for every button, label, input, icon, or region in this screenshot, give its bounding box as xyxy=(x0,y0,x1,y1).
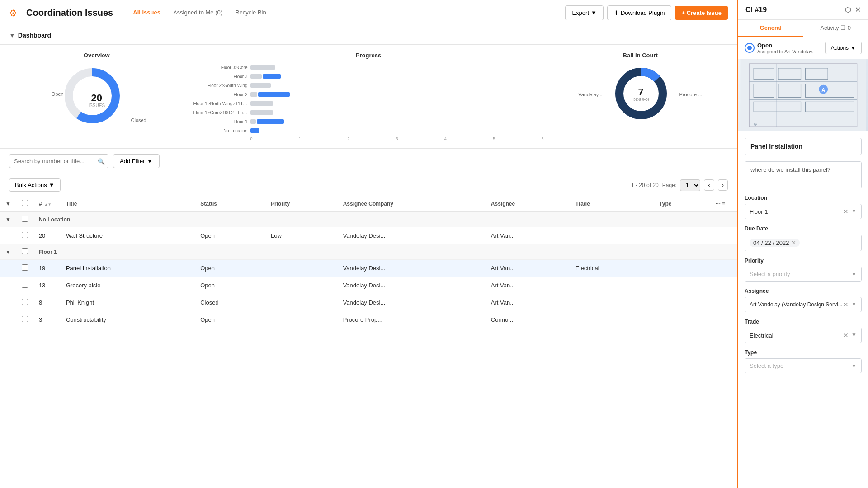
bulk-dropdown-icon: ▼ xyxy=(49,182,55,188)
create-issue-button[interactable]: + Create Issue xyxy=(675,6,728,20)
bic-title: Ball In Court xyxy=(623,52,658,59)
pagination-info: 1 - 20 of 20 Page: 1 ‹ › xyxy=(631,179,728,191)
location-dropdown-icon[interactable]: ▼ xyxy=(851,208,857,215)
issue-type xyxy=(654,311,710,328)
date-chip: 04 / 22 / 2022 ✕ xyxy=(750,239,800,247)
page-select[interactable]: 1 xyxy=(680,179,700,191)
group-no-location[interactable]: ▼ No Location xyxy=(0,211,737,227)
row-checkbox-3[interactable] xyxy=(22,316,28,322)
issue-type xyxy=(654,260,710,277)
issues-table-scroll[interactable]: ▼ # ▲▼ Title Status Priority Assignee Co… xyxy=(0,196,737,328)
table-row: 8 Phil Knight Closed Vandelay Desi... Ar… xyxy=(0,294,737,311)
type-select[interactable]: Select a type ▼ xyxy=(745,358,862,373)
progress-row-5: Floor 1>Core>100.2 - Lob... xyxy=(193,109,544,116)
assignee-dropdown-icon[interactable]: ▼ xyxy=(851,301,857,308)
col-assignee: Assignee xyxy=(486,196,570,211)
issue-company: Vandelay Desi... xyxy=(338,227,486,244)
row-checkbox-19[interactable] xyxy=(22,264,28,271)
table-row: 19 Panel Installation Open Vandelay Desi… xyxy=(0,260,737,277)
trade-dropdown-icon[interactable]: ▼ xyxy=(851,332,857,339)
panel-close-button[interactable]: ✕ xyxy=(855,5,861,14)
bic-label-vandelay: Vandelay... xyxy=(578,92,602,97)
assignee-value[interactable]: Art Vandelay (Vandelay Design Servi... ✕… xyxy=(745,297,862,312)
tab-assigned-to-me[interactable]: Assigned to Me (0) xyxy=(168,6,228,19)
date-clear-icon[interactable]: ✕ xyxy=(791,239,796,246)
priority-select[interactable]: Select a priority ▼ xyxy=(745,267,862,282)
issue-id: 3 xyxy=(33,311,61,328)
filter-row: 🔍 Add Filter ▼ xyxy=(0,149,737,174)
tab-all-issues[interactable]: All Issues xyxy=(127,6,166,19)
issue-title[interactable]: Constructability xyxy=(61,311,195,328)
location-value[interactable]: Floor 1 ✕ ▼ xyxy=(745,204,862,219)
page-prev-button[interactable]: ‹ xyxy=(704,179,714,191)
progress-row-2: Floor 2>South Wing xyxy=(193,82,544,89)
search-input[interactable] xyxy=(9,154,108,168)
group-checkbox-no-location[interactable] xyxy=(22,216,28,222)
issue-description[interactable]: where do we install this panel? xyxy=(745,161,862,188)
issue-name-field[interactable]: Panel Installation xyxy=(745,138,862,155)
select-all-checkbox[interactable] xyxy=(22,200,28,206)
col-status: Status xyxy=(195,196,265,211)
issue-title[interactable]: Panel Installation xyxy=(61,260,195,277)
bic-subtitle: ISSUES xyxy=(632,97,649,102)
download-plugin-button[interactable]: ⬇ Download Plugin xyxy=(607,5,672,20)
due-date-field: Due Date 04 / 22 / 2022 ✕ xyxy=(745,225,862,251)
group-floor-1[interactable]: ▼ Floor 1 xyxy=(0,244,737,260)
row-checkbox-20[interactable] xyxy=(22,232,28,238)
trade-clear-icon[interactable]: ✕ xyxy=(843,332,849,339)
issue-status: Open xyxy=(195,227,265,244)
trade-value[interactable]: Electrical ✕ ▼ xyxy=(745,328,862,343)
bic-container: Vandelay... 7 ISSUES Procore ... xyxy=(578,64,702,124)
due-date-value[interactable]: 04 / 22 / 2022 ✕ xyxy=(745,235,862,251)
progress-row-7: No Location xyxy=(193,127,544,134)
table-body: ▼ No Location 20 Wall Structure Open Low… xyxy=(0,211,737,328)
issue-title[interactable]: Wall Structure xyxy=(61,227,195,244)
group-checkbox-floor-1[interactable] xyxy=(22,248,28,254)
page-next-button[interactable]: › xyxy=(718,179,728,191)
issue-status: Open xyxy=(195,311,265,328)
panel-header-icons: ⬡ ✕ xyxy=(845,5,861,14)
issue-id: 13 xyxy=(33,277,61,294)
progress-row-4: Floor 1>North Wing>111 -... xyxy=(193,100,544,107)
tab-recycle-bin[interactable]: Recycle Bin xyxy=(230,6,272,19)
progress-chart: Progress Floor 3>Core Floor 3 Floor 2>So… xyxy=(193,52,544,141)
issue-priority xyxy=(265,311,338,328)
issue-company: Vandelay Desi... xyxy=(338,277,486,294)
row-checkbox-13[interactable] xyxy=(22,282,28,288)
add-filter-button[interactable]: Add Filter ▼ xyxy=(113,154,160,168)
progress-axis: 0123456 xyxy=(193,136,544,141)
tab-activity[interactable]: Activity ☐ 0 xyxy=(803,20,868,37)
row-checkbox-8[interactable] xyxy=(22,299,28,305)
actions-dropdown-icon: ▼ xyxy=(850,45,856,51)
overview-total: 20 xyxy=(88,93,105,103)
type-dropdown-icon: ▼ xyxy=(851,363,857,369)
type-field: Type Select a type ▼ xyxy=(745,349,862,373)
issue-assignee: Connor... xyxy=(486,311,570,328)
bic-label-procore: Procore ... xyxy=(679,92,703,97)
panel-body: Panel Installation where do we install t… xyxy=(738,131,868,488)
issue-title[interactable]: Phil Knight xyxy=(61,294,195,311)
right-panel: CI #19 ⬡ ✕ General Activity ☐ 0 Open Ass… xyxy=(737,0,868,488)
panel-external-link-button[interactable]: ⬡ xyxy=(845,5,851,14)
assignee-clear-icon[interactable]: ✕ xyxy=(843,301,849,308)
actions-button[interactable]: Actions ▼ xyxy=(825,42,862,54)
issue-title[interactable]: Grocery aisle xyxy=(61,277,195,294)
bulk-actions-button[interactable]: Bulk Actions ▼ xyxy=(9,178,61,192)
col-checkbox xyxy=(16,196,33,211)
dashboard-toggle[interactable]: ▼ Dashboard xyxy=(9,32,728,39)
issue-assignee: Art Van... xyxy=(486,227,570,244)
location-clear-icon[interactable]: ✕ xyxy=(843,208,849,215)
overview-subtitle: ISSUES xyxy=(88,103,105,108)
dashboard-section: ▼ Dashboard xyxy=(0,26,737,45)
col-number[interactable]: # ▲▼ xyxy=(33,196,61,211)
status-dot xyxy=(747,46,752,50)
panel-title: CI #19 xyxy=(745,6,767,14)
export-button[interactable]: Export ▼ xyxy=(565,5,603,20)
search-wrap: 🔍 xyxy=(9,154,108,168)
tab-general[interactable]: General xyxy=(738,20,803,37)
col-type: Type xyxy=(654,196,710,211)
issue-type xyxy=(654,227,710,244)
table-controls: Bulk Actions ▼ 1 - 20 of 20 Page: 1 ‹ › xyxy=(0,174,737,196)
issue-trade xyxy=(570,277,654,294)
issue-type xyxy=(654,294,710,311)
